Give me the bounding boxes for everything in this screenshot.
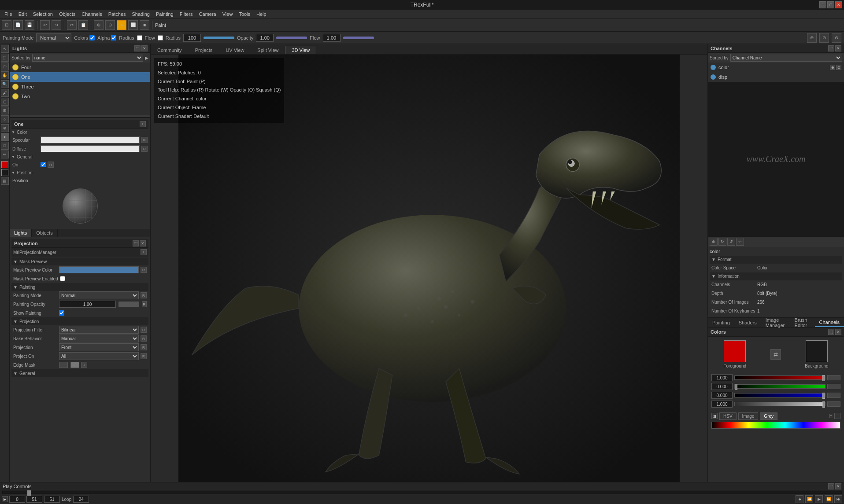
- mask-color-swatch[interactable]: [59, 266, 139, 273]
- c-tab-grey[interactable]: Grey: [760, 412, 777, 420]
- painting-section[interactable]: ▼ Painting: [11, 283, 148, 291]
- proj-filter-reset[interactable]: R: [141, 327, 147, 333]
- show-painting-checkbox[interactable]: [59, 310, 64, 316]
- bake-reset[interactable]: R: [141, 335, 147, 342]
- current-frame-input[interactable]: [44, 496, 60, 503]
- proj-opacity-reset[interactable]: R: [142, 301, 147, 307]
- radius-input[interactable]: [183, 34, 201, 42]
- edge-mask-reset[interactable]: +: [81, 362, 87, 368]
- fps-input[interactable]: [73, 496, 89, 503]
- tool-fg-color[interactable]: [1, 161, 8, 168]
- proj-opacity-input[interactable]: [59, 301, 116, 308]
- ch-tab-channels[interactable]: Channels: [815, 318, 844, 327]
- tool-arrow[interactable]: ↖: [1, 45, 9, 53]
- tool-film[interactable]: ▤: [1, 177, 9, 185]
- flow-input[interactable]: [323, 34, 341, 42]
- tool-circle[interactable]: ○: [1, 115, 9, 123]
- lights-close-btn[interactable]: ✕: [141, 45, 148, 52]
- tool-eraser[interactable]: ◻: [1, 98, 9, 106]
- lights-dock-btn[interactable]: ⬚: [134, 45, 141, 52]
- colors-checkbox[interactable]: [89, 35, 95, 40]
- toolbar-btn-circle[interactable]: ⊙: [105, 20, 115, 30]
- maximize-btn[interactable]: □: [827, 1, 834, 8]
- prev-btn-4[interactable]: ↩: [736, 238, 744, 246]
- tool-lasso[interactable]: ◌: [1, 63, 9, 70]
- menu-file[interactable]: File: [2, 11, 15, 18]
- ch-icon-1[interactable]: ⊕: [830, 65, 835, 70]
- prev-btn-3[interactable]: ↺: [727, 238, 735, 246]
- tool-bg-color[interactable]: [1, 169, 8, 176]
- radius-checkbox[interactable]: [137, 35, 142, 40]
- menu-patches[interactable]: Patches: [106, 11, 129, 18]
- frame-start-input[interactable]: [9, 496, 25, 503]
- tool-hand[interactable]: ✋: [1, 71, 9, 79]
- paint-bar-btn-2[interactable]: ⊙: [819, 33, 829, 43]
- ch-icon-2[interactable]: ⊙: [836, 65, 841, 70]
- menu-edit[interactable]: Edit: [16, 11, 30, 18]
- tool-target[interactable]: ⊕: [1, 124, 9, 132]
- tab-lights[interactable]: Lights: [10, 229, 32, 237]
- edge-mask-swatch[interactable]: [59, 362, 68, 368]
- play-last-btn[interactable]: ⏭: [834, 495, 842, 503]
- proj-section[interactable]: ▼ Projection: [11, 317, 148, 325]
- play-icon[interactable]: ▶: [2, 496, 8, 502]
- sort-select[interactable]: name: [32, 54, 143, 62]
- ch-sort-select[interactable]: Channel Name: [730, 54, 842, 62]
- menu-tools[interactable]: Tools: [236, 11, 253, 18]
- tool-select[interactable]: ⬚: [1, 54, 9, 62]
- prev-btn-2[interactable]: ↻: [718, 238, 726, 246]
- general-section-proj[interactable]: ▼ General: [11, 369, 148, 377]
- color-section[interactable]: Color: [11, 130, 148, 135]
- ch-tab-painting[interactable]: Painting: [708, 319, 734, 327]
- paint-bar-btn-1[interactable]: ⊕: [807, 33, 817, 43]
- position-sphere[interactable]: [63, 188, 98, 224]
- proj-close-btn[interactable]: ✕: [140, 240, 146, 246]
- tool-zoom[interactable]: 🔍: [1, 80, 9, 88]
- channel-disp[interactable]: disp: [708, 72, 844, 82]
- colors-dock-btn[interactable]: ⬚: [828, 329, 834, 335]
- color-g-slider[interactable]: [734, 384, 825, 389]
- channel-color[interactable]: color ⊕ ⊙: [708, 63, 844, 72]
- bake-behavior-select[interactable]: Manual: [59, 335, 139, 342]
- menu-selection[interactable]: Selection: [30, 11, 56, 18]
- proj-painting-mode-select[interactable]: Normal: [59, 291, 139, 299]
- props-add-btn[interactable]: +: [140, 121, 146, 127]
- paint-bar-btn-3[interactable]: ⊙: [832, 33, 841, 43]
- color-mode-icon[interactable]: ◨: [711, 413, 718, 419]
- toolbar-btn-undo[interactable]: ↩: [40, 20, 50, 30]
- ch-tab-brush-editor[interactable]: Brush Editor: [790, 316, 815, 329]
- foreground-swatch[interactable]: [724, 340, 746, 362]
- viewport-3d[interactable]: FPS: 59.00 Selected Patches: 0 Current T…: [151, 55, 707, 482]
- proj-filter-select[interactable]: Bilinear: [59, 326, 139, 334]
- play-prev-btn[interactable]: ⏪: [805, 495, 813, 503]
- list-item[interactable]: Three: [10, 82, 150, 92]
- menu-camera[interactable]: Camera: [196, 11, 219, 18]
- menu-objects[interactable]: Objects: [56, 11, 78, 18]
- h-swatch[interactable]: [834, 413, 840, 419]
- proj-mode-reset[interactable]: R: [141, 292, 147, 298]
- close-btn[interactable]: ✕: [835, 1, 842, 8]
- menu-help[interactable]: Help: [254, 11, 269, 18]
- sort-arrow-icon[interactable]: ▶: [145, 55, 148, 60]
- tool-rect[interactable]: □: [1, 142, 9, 150]
- ch-close-btn[interactable]: ✕: [835, 45, 841, 52]
- ch-dock-btn[interactable]: ⬚: [828, 45, 834, 52]
- menu-filters[interactable]: Filters: [177, 11, 196, 18]
- play-play-btn[interactable]: ▶: [815, 495, 823, 503]
- toolbar-btn-copy[interactable]: 📋: [78, 20, 88, 30]
- swap-colors-btn[interactable]: ⇄: [770, 349, 781, 360]
- toolbar-btn-1[interactable]: ⊡: [2, 20, 11, 30]
- menu-channels[interactable]: Channels: [79, 11, 104, 18]
- play-dock-btn[interactable]: ⬚: [828, 483, 834, 489]
- project-on-select[interactable]: All: [59, 352, 139, 360]
- list-item[interactable]: One: [10, 72, 150, 82]
- diffuse-input[interactable]: [41, 145, 140, 152]
- alpha-checkbox[interactable]: [111, 35, 116, 40]
- toolbar-btn-square-fill[interactable]: ■: [140, 20, 149, 30]
- menu-view[interactable]: View: [220, 11, 236, 18]
- tool-grid[interactable]: ⊞: [1, 107, 9, 114]
- tab-objects[interactable]: Objects: [32, 229, 57, 237]
- toolbar-btn-3[interactable]: 💾: [25, 20, 34, 30]
- tool-paint[interactable]: 🖌: [1, 89, 9, 97]
- project-on-reset[interactable]: R: [141, 353, 147, 359]
